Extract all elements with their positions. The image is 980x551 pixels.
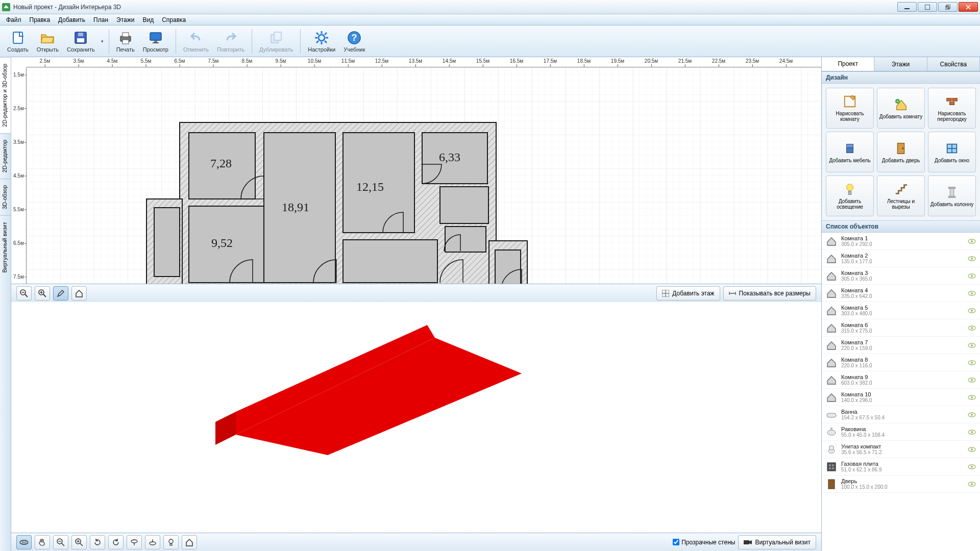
svg-rect-118 <box>830 428 832 431</box>
svg-rect-39 <box>445 227 486 252</box>
rotate-cw-button[interactable] <box>90 535 105 549</box>
design-stairs[interactable]: Лестницы и вырезы <box>877 176 925 216</box>
tab-2d-3d[interactable]: 2D-редактор и 3D-обзор <box>0 57 11 133</box>
show-dimensions-button[interactable]: Показывать все размеры <box>723 286 816 300</box>
home-button[interactable] <box>71 286 87 300</box>
room-area-5: 9,52 <box>211 236 233 249</box>
visibility-icon[interactable] <box>968 430 976 435</box>
visibility-icon[interactable] <box>968 482 976 487</box>
design-lamp[interactable]: Добавить освещение <box>826 176 874 216</box>
visibility-icon[interactable] <box>968 291 976 296</box>
object-row[interactable]: Комната 7220.0 x 159.0 <box>822 337 980 354</box>
object-row[interactable]: Унитаз компакт35.6 x 56.5 x 71.2 <box>822 441 980 458</box>
visibility-icon[interactable] <box>968 273 976 279</box>
visibility-icon[interactable] <box>968 360 976 365</box>
virtual-visit-button[interactable]: Виртуальный визит <box>738 535 816 549</box>
design-draw-room[interactable]: Нарисовать комнату <box>826 88 874 129</box>
tab-properties[interactable]: Свойства <box>927 57 980 71</box>
menu-view[interactable]: Вид <box>138 15 158 24</box>
design-wall[interactable]: Нарисовать перегородку <box>928 88 976 129</box>
restore-button[interactable] <box>938 2 958 12</box>
visibility-icon[interactable] <box>968 343 976 348</box>
visibility-icon[interactable] <box>968 239 976 244</box>
visibility-icon[interactable] <box>968 256 976 261</box>
design-window[interactable]: Добавить окно <box>928 132 976 172</box>
menu-plan[interactable]: План <box>89 15 112 24</box>
menu-file[interactable]: Файл <box>2 15 26 24</box>
tool-print[interactable]: Печать <box>112 29 139 54</box>
object-row[interactable]: Комната 8220.0 x 116.0 <box>822 354 980 371</box>
minimize-button[interactable] <box>897 2 917 12</box>
add-floor-button[interactable]: Добавить этаж <box>656 286 720 300</box>
vertical-ruler: 1.5м2.5м3.5м4.5м5.5м6.5м7.5м8.5м <box>11 67 27 284</box>
object-row[interactable]: Дверь100.0 x 15.0 x 200.0 <box>822 475 980 493</box>
tool-save-dropdown[interactable]: ▾ <box>99 39 106 44</box>
object-row[interactable]: Комната 3305.0 x 365.0 <box>822 267 980 285</box>
object-row[interactable]: Раковина55.0 x 45.0 x 108.4 <box>822 423 980 441</box>
tool-open[interactable]: Открыть <box>33 29 63 54</box>
object-row[interactable]: Комната 2135.0 x 177.0 <box>822 250 980 267</box>
menu-help[interactable]: Справка <box>158 15 190 24</box>
orbit-button[interactable]: 360 <box>16 535 32 549</box>
tool-create[interactable]: Создать <box>3 29 33 54</box>
menu-floors[interactable]: Этажи <box>112 15 138 24</box>
pan-button[interactable] <box>35 535 50 549</box>
transparent-walls-checkbox[interactable]: Прозрачные стены <box>673 539 735 546</box>
light-button[interactable] <box>163 535 179 549</box>
visibility-icon[interactable] <box>968 378 976 383</box>
home-3d-button[interactable] <box>182 535 197 549</box>
tool-save[interactable]: Сохранить <box>63 29 99 54</box>
tool-tutorial[interactable]: ?Учебник <box>339 29 369 54</box>
zoom-out-3d-button[interactable] <box>53 535 68 549</box>
zoom-in-button[interactable] <box>35 286 50 300</box>
tab-floors[interactable]: Этажи <box>874 57 927 71</box>
svg-rect-41 <box>154 208 180 277</box>
maximize-button[interactable] <box>918 2 937 12</box>
edit-tool-button[interactable] <box>53 286 68 300</box>
close-button[interactable] <box>959 2 978 12</box>
object-list[interactable]: Комната 1305.0 x 292.0 Комната 2135.0 x … <box>822 233 980 551</box>
view-3d[interactable] <box>11 302 821 533</box>
zoom-out-button[interactable] <box>16 286 32 300</box>
tab-2d[interactable]: 2D-редактор <box>0 133 11 179</box>
room-area-2: 18,91 <box>282 201 309 214</box>
rotate-ccw-button[interactable] <box>108 535 124 549</box>
menu-edit[interactable]: Правка <box>26 15 55 24</box>
visibility-icon[interactable] <box>968 447 976 452</box>
visibility-icon[interactable] <box>968 308 976 313</box>
object-dimensions: 220.0 x 116.0 <box>841 363 964 368</box>
object-row[interactable]: Комната 1305.0 x 292.0 <box>822 233 980 250</box>
svg-point-128 <box>829 467 831 469</box>
svg-line-44 <box>25 294 28 297</box>
svg-point-73 <box>131 540 137 543</box>
object-row[interactable]: Газовая плита51.0 x 62.1 x 86.9 <box>822 458 980 475</box>
visibility-icon[interactable] <box>968 464 976 469</box>
tab-3d[interactable]: 3D-обзор <box>0 179 11 215</box>
visibility-icon[interactable] <box>968 325 976 331</box>
floorplan-canvas[interactable]: 7,28 18,91 12,15 6,33 9,52 <box>27 67 821 284</box>
tool-preview[interactable]: Просмотр <box>139 29 173 54</box>
design-column[interactable]: Добавить колонну <box>928 176 976 216</box>
object-row[interactable]: Комната 6315.0 x 275.0 <box>822 319 980 337</box>
svg-rect-57 <box>266 371 276 389</box>
tool-settings[interactable]: Настройки <box>304 29 339 54</box>
object-row[interactable]: Комната 5303.0 x 480.0 <box>822 302 980 319</box>
object-row[interactable]: Комната 4335.0 x 642.0 <box>822 285 980 302</box>
visibility-icon[interactable] <box>968 395 976 400</box>
svg-point-116 <box>971 414 973 416</box>
tab-virtual[interactable]: Виртуальный визит <box>0 215 11 279</box>
menu-add[interactable]: Добавить <box>54 15 89 24</box>
visibility-icon[interactable] <box>968 412 976 417</box>
tab-project[interactable]: Проект <box>822 57 874 71</box>
object-row[interactable]: Ванна154.2 x 67.5 x 50.4 <box>822 406 980 423</box>
object-dimensions: 55.0 x 45.0 x 108.4 <box>841 432 964 438</box>
object-row[interactable]: Комната 10140.0 x 296.0 <box>822 389 980 406</box>
zoom-in-3d-button[interactable] <box>71 535 87 549</box>
object-row[interactable]: Комната 9603.0 x 382.0 <box>822 371 980 389</box>
design-add-room[interactable]: +Добавить комнату <box>877 88 925 129</box>
design-door[interactable]: Добавить дверь <box>877 132 925 172</box>
svg-rect-38 <box>440 187 488 223</box>
tilt-up-button[interactable] <box>127 535 142 549</box>
tilt-down-button[interactable] <box>145 535 160 549</box>
design-chair[interactable]: Добавить мебель <box>826 132 874 172</box>
